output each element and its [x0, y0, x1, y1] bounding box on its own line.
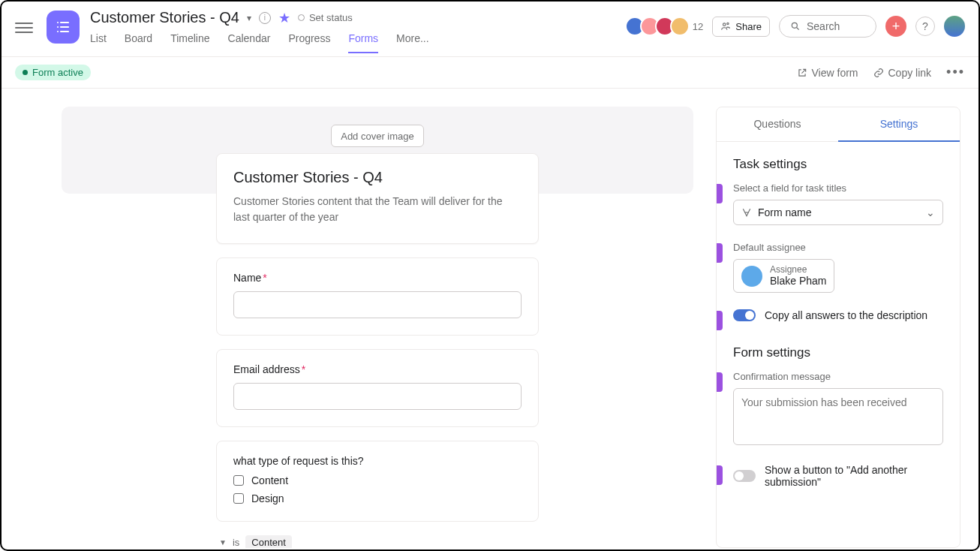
copy-link-button[interactable]: Copy link [873, 67, 932, 79]
form-status-badge[interactable]: Form active [15, 65, 91, 80]
add-another-label: Show a button to "Add another submission… [765, 464, 943, 488]
status-dot-icon [298, 14, 305, 21]
checkbox-icon [233, 475, 244, 486]
panel-tab-settings[interactable]: Settings [838, 107, 960, 142]
tab-board[interactable]: Board [125, 32, 152, 53]
search-icon [790, 21, 801, 32]
assignee-role: Assignee [770, 264, 826, 275]
current-user-avatar[interactable] [944, 16, 965, 37]
svg-line-9 [797, 28, 799, 30]
form-field-request-type[interactable]: what type of request is this? Content De… [216, 441, 539, 522]
rule-value-chip[interactable]: Content [245, 535, 292, 548]
form-title: Customer Stories - Q4 [233, 169, 522, 186]
task-title-field-select[interactable]: Form name ⌄ [733, 200, 943, 225]
avatar-overflow-count: 12 [693, 21, 703, 32]
step-badge-3: 3 [716, 311, 723, 330]
share-button[interactable]: Share [712, 17, 770, 37]
text-input[interactable] [233, 291, 522, 318]
info-icon[interactable]: i [259, 12, 271, 24]
tab-progress[interactable]: Progress [288, 32, 330, 53]
select-value: Form name [758, 206, 812, 218]
star-icon[interactable]: ★ [278, 10, 290, 26]
default-assignee-select[interactable]: Assignee Blake Pham [733, 259, 834, 293]
option-label: Design [251, 492, 284, 504]
text-input[interactable] [233, 383, 522, 410]
panel-tab-questions[interactable]: Questions [717, 107, 838, 142]
help-button[interactable]: ? [915, 17, 935, 36]
step-badge-2: 2 [716, 243, 723, 263]
more-actions-button[interactable]: ••• [946, 65, 965, 80]
rule-is-label: is [233, 537, 239, 548]
set-status-label: Set status [309, 12, 353, 23]
form-status-label: Form active [32, 67, 83, 78]
project-icon [47, 11, 80, 44]
settings-panel: Questions Settings Task settings 1 Selec… [716, 107, 960, 548]
step-badge-1: 1 [716, 184, 723, 203]
tab-list[interactable]: List [90, 32, 107, 53]
copy-answers-toggle[interactable] [733, 309, 756, 321]
add-another-toggle[interactable] [733, 470, 756, 482]
search-placeholder: Search [807, 20, 840, 32]
link-icon [873, 68, 884, 78]
external-link-icon [797, 68, 807, 78]
search-input[interactable]: Search [779, 15, 876, 38]
step-badge-4: 4 [716, 372, 723, 392]
form-field-name[interactable]: Name* [216, 257, 539, 336]
tab-calendar[interactable]: Calendar [228, 32, 271, 53]
project-title[interactable]: Customer Stories - Q4 [90, 9, 239, 26]
checkbox-option-design[interactable]: Design [233, 492, 522, 504]
copy-answers-label: Copy all answers to the description [765, 309, 927, 321]
share-label: Share [735, 21, 762, 32]
form-field-email[interactable]: Email address* [216, 349, 539, 427]
task-settings-heading: Task settings [733, 157, 943, 172]
view-form-label: View form [812, 67, 858, 79]
field-label: Email address [233, 363, 300, 375]
project-tabs: List Board Timeline Calendar Progress Fo… [90, 32, 429, 53]
view-form-button[interactable]: View form [797, 67, 858, 79]
create-button[interactable]: + [885, 16, 906, 37]
status-dot-icon [23, 70, 28, 75]
text-icon [741, 207, 752, 218]
assignee-name: Blake Pham [770, 275, 826, 288]
menu-toggle[interactable] [15, 20, 33, 38]
confirmation-message-input[interactable] [733, 388, 943, 445]
form-description: Customer Stories content that the Team w… [233, 194, 522, 225]
default-assignee-label: Default assignee [733, 242, 943, 253]
copy-link-label: Copy link [888, 67, 932, 79]
tab-timeline[interactable]: Timeline [170, 32, 209, 53]
checkbox-option-content[interactable]: Content [233, 474, 522, 486]
add-cover-image-button[interactable]: Add cover image [331, 125, 424, 147]
required-indicator: * [263, 272, 266, 284]
option-label: Content [251, 474, 288, 486]
svg-point-8 [792, 23, 797, 28]
branch-rule[interactable]: ▼ is Content [216, 535, 539, 548]
checkbox-icon [233, 493, 244, 504]
confirmation-message-label: Confirmation message [733, 371, 943, 382]
tab-forms[interactable]: Forms [348, 32, 378, 53]
select-field-label: Select a field for task titles [733, 182, 943, 194]
required-indicator: * [302, 363, 305, 375]
chevron-down-icon: ⌄ [926, 206, 935, 218]
field-label: Name [233, 272, 261, 284]
svg-point-7 [727, 23, 729, 24]
member-avatars[interactable]: 12 [630, 17, 703, 36]
form-settings-heading: Form settings [733, 345, 943, 360]
field-label: what type of request is this? [233, 455, 522, 467]
step-badge-5: 5 [716, 465, 723, 485]
svg-point-6 [723, 23, 726, 26]
form-header-card[interactable]: Customer Stories - Q4 Customer Stories c… [216, 153, 539, 244]
caret-down-icon: ▼ [219, 538, 227, 546]
avatar [670, 17, 690, 36]
tab-more[interactable]: More... [396, 32, 429, 53]
avatar [741, 266, 762, 287]
set-status-button[interactable]: Set status [298, 12, 353, 23]
chevron-down-icon[interactable]: ▾ [247, 13, 251, 23]
